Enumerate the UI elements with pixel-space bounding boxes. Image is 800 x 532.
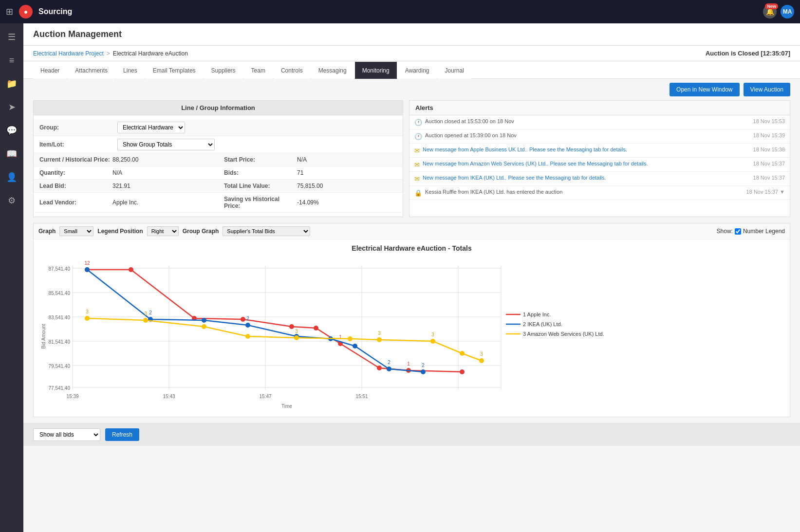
graph-size-label: Graph	[38, 228, 56, 235]
svg-point-56	[377, 337, 382, 342]
sidebar-folder-icon[interactable]: 📁	[2, 74, 21, 93]
svg-point-39	[202, 318, 206, 323]
total-line-cell: Total Line Value: 75,815.00	[218, 180, 403, 192]
bids-label: Bids:	[224, 169, 297, 176]
graph-toolbar: Graph Small Medium Large Legend Position…	[34, 223, 790, 239]
svg-point-57	[430, 339, 435, 344]
svg-point-51	[143, 318, 148, 323]
svg-point-28	[289, 324, 294, 329]
tab-suppliers[interactable]: Suppliers	[204, 62, 243, 79]
app-name: Sourcing	[38, 7, 757, 16]
alert-text-3[interactable]: New message from Apple Business UK Ltd..…	[423, 147, 750, 152]
page-title: Auction Management	[33, 29, 790, 39]
svg-text:3: 3	[480, 351, 483, 357]
breadcrumb-current: Electrical Hardware eAuction	[113, 50, 188, 57]
item-lot-select[interactable]: Show Group Totals	[117, 139, 215, 150]
notifications[interactable]: 🔔 New	[763, 5, 777, 18]
clock-icon-2: 🕐	[414, 133, 422, 140]
tab-lines[interactable]: Lines	[116, 62, 145, 79]
svg-text:77,541.40: 77,541.40	[49, 385, 71, 391]
svg-text:15:39: 15:39	[66, 394, 78, 399]
svg-point-27	[241, 317, 245, 322]
lead-vendor-value: Apple Inc.	[112, 199, 138, 206]
alerts-header: Alerts	[409, 101, 790, 115]
graph-section: Graph Small Medium Large Legend Position…	[33, 223, 790, 417]
tab-messaging[interactable]: Messaging	[311, 62, 354, 79]
info-form: Group: Electrical Hardware Item/Lot: Sho…	[34, 115, 403, 217]
sidebar-menu-icon[interactable]: ☰	[2, 27, 21, 47]
sidebar-list-icon[interactable]: ≡	[2, 51, 21, 70]
email-icon-3: ✉	[414, 175, 420, 183]
svg-text:85,541.40: 85,541.40	[49, 291, 71, 296]
alert-text-1: Auction closed at 15:53:00 on 18 Nov	[425, 118, 750, 124]
alert-text-5[interactable]: New message from IKEA (UK) Ltd.. Please …	[423, 175, 750, 181]
price-row: Current / Historical Price: 88,250.00 St…	[34, 153, 403, 166]
tab-team[interactable]: Team	[244, 62, 273, 79]
alert-text-4[interactable]: New message from Amazon Web Services (UK…	[423, 161, 750, 166]
tab-email-templates[interactable]: Email Templates	[146, 62, 203, 79]
avatar[interactable]: MA	[781, 5, 794, 18]
sidebar-person-icon[interactable]: 👤	[2, 167, 21, 187]
svg-text:3 Amazon Web Services (UK) Ltd: 3 Amazon Web Services (UK) Ltd.	[523, 331, 604, 337]
svg-text:15:47: 15:47	[259, 394, 271, 399]
group-graph-select[interactable]: Supplier's Total Bids	[223, 226, 310, 236]
svg-text:1 Apple Inc.: 1 Apple Inc.	[523, 312, 551, 317]
svg-text:81,541.40: 81,541.40	[49, 339, 71, 345]
start-price-value: N/A	[297, 156, 307, 163]
svg-text:3: 3	[378, 330, 381, 336]
sidebar-gear-icon[interactable]: ⚙	[2, 191, 21, 210]
number-legend-label: Number Legend	[743, 228, 785, 235]
legend-pos-select[interactable]: Right Left Bottom	[147, 226, 179, 236]
vendor-row: Lead Vendor: Apple Inc. Saving vs Histor…	[34, 193, 403, 213]
sidebar-book-icon[interactable]: 📖	[2, 144, 21, 164]
sidebar-chat-icon[interactable]: 💬	[2, 121, 21, 140]
tab-monitoring[interactable]: Monitoring	[355, 62, 397, 79]
alert-time-6: 18 Nov 15:37 ▼	[746, 189, 785, 195]
svg-text:87,541.40: 87,541.40	[49, 266, 71, 272]
sidebar-arrow-icon[interactable]: ➤	[2, 97, 21, 117]
svg-text:15:51: 15:51	[355, 394, 368, 399]
chart-svg: 87,541.40 85,541.40 83,541.40 81,541.40 …	[38, 256, 623, 412]
tab-controls[interactable]: Controls	[274, 62, 310, 79]
bids-filter-select[interactable]: Show all bids Show winning bids Show my …	[33, 428, 100, 441]
group-select[interactable]: Electrical Hardware	[117, 122, 185, 133]
view-auction-button[interactable]: View Auction	[744, 83, 791, 96]
svg-point-50	[85, 316, 90, 321]
alert-item-5: ✉ New message from IKEA (UK) Ltd.. Pleas…	[409, 172, 790, 186]
panels-row: Line / Group Information Group: Electric…	[23, 100, 800, 217]
sidebar: ☰ ≡ 📁 ➤ 💬 📖 👤 ⚙	[0, 23, 23, 532]
lead-vendor-label: Lead Vendor:	[39, 199, 112, 206]
app-logo: ●	[19, 5, 33, 18]
item-lot-row: Item/Lot: Show Group Totals	[34, 136, 403, 153]
bids-value: 71	[297, 169, 303, 176]
refresh-button[interactable]: Refresh	[105, 428, 139, 441]
breadcrumb-separator: >	[107, 50, 110, 57]
breadcrumb-project-link[interactable]: Electrical Hardware Project	[33, 50, 104, 57]
svg-text:12: 12	[84, 260, 90, 266]
alert-item-2: 🕐 Auction opened at 15:39:00 on 18 Nov 1…	[409, 129, 790, 144]
breadcrumb-bar: Electrical Hardware Project > Electrical…	[23, 46, 800, 61]
lead-bid-value: 321.91	[112, 183, 130, 189]
alert-item-3: ✉ New message from Apple Business UK Ltd…	[409, 144, 790, 158]
lock-icon: 🔒	[414, 189, 422, 197]
graph-container: Electrical Hardware eAuction - Totals 87…	[34, 239, 790, 417]
chart-wrapper: 87,541.40 85,541.40 83,541.40 81,541.40 …	[38, 256, 785, 412]
tab-attachments[interactable]: Attachments	[68, 62, 115, 79]
tab-awarding[interactable]: Awarding	[398, 62, 437, 79]
alert-time-3: 18 Nov 15:38	[753, 147, 785, 152]
alert-text-2: Auction opened at 15:39:00 on 18 Nov	[425, 132, 750, 138]
open-new-window-button[interactable]: Open in New Window	[670, 83, 739, 96]
action-bar: Open in New Window View Auction	[23, 79, 800, 100]
number-legend-checkbox[interactable]	[735, 228, 741, 235]
tab-journal[interactable]: Journal	[438, 62, 471, 79]
svg-point-52	[202, 324, 206, 329]
tab-header[interactable]: Header	[33, 62, 67, 79]
total-line-value: 75,815.00	[297, 183, 323, 189]
svg-point-45	[421, 369, 426, 374]
grid-icon[interactable]: ⊞	[6, 6, 13, 17]
svg-text:2: 2	[388, 360, 391, 365]
graph-size-select[interactable]: Small Medium Large	[59, 226, 93, 236]
alert-text-6: Kessia Ruffle from IKEA (UK) Ltd. has en…	[425, 189, 744, 195]
lead-bid-label: Lead Bid:	[39, 183, 112, 189]
group-graph-label: Group Graph	[183, 228, 219, 235]
